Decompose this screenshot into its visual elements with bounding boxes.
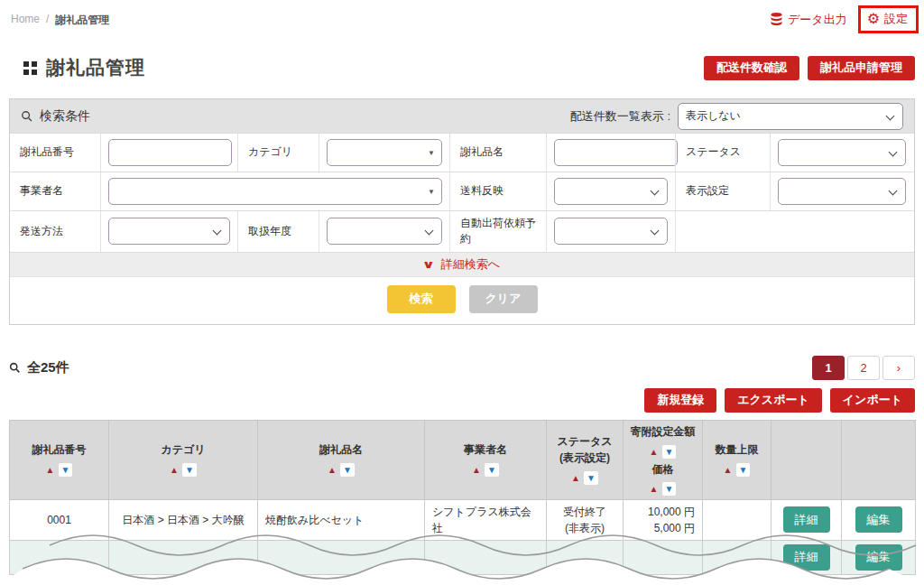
- sort-desc-icon[interactable]: ▼: [736, 463, 751, 477]
- chevron-down-icon: [889, 148, 898, 157]
- search-form-row-3: 発送方法 取扱年度 自動出荷依頼予約: [10, 210, 914, 252]
- page-title-wrap: 謝礼品管理: [23, 55, 145, 80]
- triangle-down-icon: ▼: [428, 149, 435, 157]
- results-total-label: 全25件: [27, 359, 69, 376]
- category-label: カテゴリ: [237, 134, 319, 172]
- cell-edit: 編集: [842, 499, 916, 540]
- results-top: 全25件 1 2 ›: [9, 356, 915, 380]
- edit-button[interactable]: 編集: [855, 506, 902, 533]
- import-button[interactable]: インポート: [830, 388, 915, 413]
- chevron-down-icon: [889, 187, 898, 196]
- cell-item-name: 焼酎飲み比べセット: [258, 499, 425, 540]
- clear-button[interactable]: クリア: [469, 285, 538, 313]
- sort-desc-icon[interactable]: ▼: [59, 463, 73, 477]
- search-icon: [21, 110, 33, 123]
- table-header-row: 謝礼品番号 ▲▼ カテゴリ ▲▼ 謝礼品名 ▲▼ 事業者名 ▲▼: [10, 420, 916, 499]
- sort-desc-icon[interactable]: ▼: [662, 445, 677, 459]
- sort-asc-icon[interactable]: ▲: [650, 482, 659, 496]
- settings-highlight-annotation: ⚙ 設定: [858, 5, 919, 33]
- search-panel-header: 検索条件 配送件数一覧表示 : 表示しない: [10, 99, 914, 133]
- title-row: 謝礼品管理 配送件数確認 謝礼品申請管理: [23, 55, 915, 80]
- col-category: カテゴリ ▲▼: [109, 420, 258, 499]
- chevron-down-icon: [651, 187, 660, 196]
- cell-category: 日本酒 > 日本酒 > 大吟醸: [109, 499, 258, 540]
- chevron-down-icon: [213, 227, 222, 236]
- sort-desc-icon[interactable]: ▼: [584, 471, 598, 485]
- sort-asc-icon[interactable]: ▲: [46, 463, 55, 477]
- detail-button[interactable]: 詳細: [783, 544, 830, 571]
- detail-button[interactable]: 詳細: [783, 506, 830, 533]
- item-no-input[interactable]: [108, 139, 232, 166]
- sort-asc-icon[interactable]: ▲: [328, 463, 337, 477]
- search-panel: 検索条件 配送件数一覧表示 : 表示しない 謝礼品番号 カテゴリ ▼ 謝礼品名 …: [9, 98, 915, 325]
- col-amount-price: 寄附設定金額 ▲▼ 価格 ▲▼: [624, 420, 703, 499]
- col-provider: 事業者名 ▲▼: [425, 420, 547, 499]
- sort-asc-icon[interactable]: ▲: [571, 471, 580, 485]
- pagination: 1 2 ›: [812, 356, 915, 380]
- col-detail: [772, 420, 842, 499]
- page-title: 謝礼品管理: [46, 55, 145, 80]
- results-table: 謝礼品番号 ▲▼ カテゴリ ▲▼ 謝礼品名 ▲▼ 事業者名 ▲▼: [9, 420, 916, 575]
- sort-desc-icon[interactable]: ▼: [182, 463, 197, 477]
- cell-provider: シフトプラス株式会社: [425, 499, 547, 540]
- category-select[interactable]: ▼: [327, 139, 442, 166]
- results-section: 全25件 1 2 › 新規登録 エクスポート インポート 謝礼品番号: [9, 356, 915, 575]
- provider-select[interactable]: ▼: [108, 178, 442, 205]
- delivery-display-label: 配送件数一覧表示 :: [570, 108, 670, 125]
- shipping-reflect-label: 送料反映: [449, 172, 546, 210]
- chevron-down-icon: [651, 227, 660, 236]
- grid-icon: [23, 61, 37, 75]
- cell-item-no: 0001: [10, 499, 109, 540]
- status-select[interactable]: [778, 139, 906, 166]
- shipping-method-select[interactable]: [108, 218, 230, 245]
- cell-status: 受付終了 (非表示): [547, 499, 624, 540]
- sort-desc-icon[interactable]: ▼: [662, 482, 677, 496]
- pagination-next[interactable]: ›: [882, 356, 915, 380]
- header-action-buttons: 配送件数確認 謝礼品申請管理: [704, 56, 915, 80]
- reward-application-management-button[interactable]: 謝礼品申請管理: [808, 56, 915, 80]
- fiscal-year-select[interactable]: [327, 218, 442, 245]
- col-item-no: 謝礼品番号 ▲▼: [10, 420, 109, 499]
- triangle-down-icon: ▼: [428, 188, 435, 196]
- export-button[interactable]: エクスポート: [725, 388, 822, 413]
- sort-asc-icon[interactable]: ▲: [170, 463, 179, 477]
- fiscal-year-label: 取扱年度: [237, 211, 319, 252]
- new-registration-button[interactable]: 新規登録: [644, 388, 716, 413]
- edit-button[interactable]: 編集: [855, 544, 902, 571]
- search-button[interactable]: 検索: [387, 285, 456, 313]
- delivery-display-select[interactable]: 表示しない: [678, 103, 903, 130]
- chevron-down-icon: ∨: [422, 258, 436, 271]
- search-icon: [9, 362, 21, 374]
- data-output-label: データ出力: [788, 12, 847, 28]
- results-total: 全25件: [9, 359, 69, 376]
- search-panel-title-wrap: 検索条件: [21, 108, 90, 125]
- empty-cell: [675, 211, 914, 252]
- provider-label: 事業者名: [10, 172, 100, 210]
- item-name-input[interactable]: [554, 139, 678, 166]
- chevron-down-icon: [425, 227, 434, 236]
- delivery-count-check-button[interactable]: 配送件数確認: [704, 56, 799, 80]
- auto-shipping-select[interactable]: [554, 218, 668, 245]
- item-no-label: 謝礼品番号: [10, 134, 100, 172]
- breadcrumb-home-link[interactable]: Home: [11, 13, 40, 28]
- pagination-page-1[interactable]: 1: [812, 356, 845, 380]
- sort-asc-icon[interactable]: ▲: [650, 445, 659, 459]
- search-form-row-1: 謝礼品番号 カテゴリ ▼ 謝礼品名 ステータス: [10, 133, 914, 172]
- display-setting-label: 表示設定: [675, 172, 770, 210]
- sort-desc-icon[interactable]: ▼: [485, 463, 499, 477]
- sort-asc-icon[interactable]: ▲: [472, 463, 481, 477]
- advanced-search-toggle[interactable]: ∨ 詳細検索へ: [10, 252, 914, 276]
- settings-button[interactable]: ⚙ 設定: [867, 11, 908, 27]
- cell-amount-price: 10,000 円 5,000 円: [624, 499, 703, 540]
- sort-asc-icon[interactable]: ▲: [724, 463, 733, 477]
- search-form-row-2: 事業者名 ▼ 送料反映 表示設定: [10, 172, 914, 210]
- display-setting-select[interactable]: [778, 178, 906, 205]
- data-output-button[interactable]: データ出力: [770, 12, 847, 28]
- table-row-partial: 詳細 編集: [10, 540, 916, 574]
- chevron-down-icon: [886, 111, 895, 120]
- pagination-page-2[interactable]: 2: [847, 356, 880, 380]
- topbar: データ出力 ⚙ 設定: [770, 5, 919, 33]
- sort-desc-icon[interactable]: ▼: [340, 463, 355, 477]
- shipping-reflect-select[interactable]: [554, 178, 668, 205]
- advanced-search-label: 詳細検索へ: [441, 256, 500, 273]
